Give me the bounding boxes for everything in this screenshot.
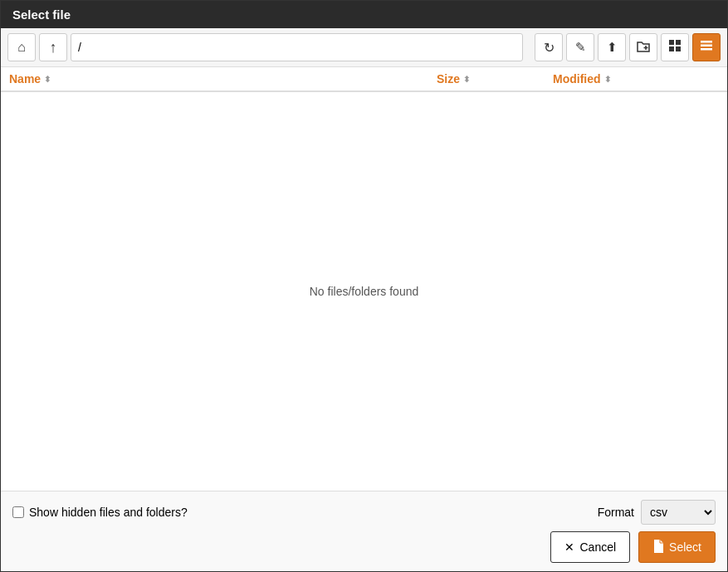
refresh-icon: ↻ xyxy=(544,40,555,56)
svg-rect-7 xyxy=(701,45,712,47)
grid-icon xyxy=(668,39,682,56)
select-file-dialog: Select file ⌂ ↑ / ↻ ✎ ⬆ xyxy=(0,0,728,572)
show-hidden-label: Show hidden files and folders? xyxy=(12,506,188,519)
table-header: Name ⬍ Size ⬍ Modified ⬍ xyxy=(1,67,727,92)
list-icon xyxy=(700,39,713,56)
show-hidden-checkbox[interactable] xyxy=(12,506,24,518)
format-group: Format csv tsv json xyxy=(598,500,716,525)
col-size-header[interactable]: Size ⬍ xyxy=(437,72,553,86)
modified-sort-icon: ⬍ xyxy=(604,75,611,84)
new-folder-button[interactable] xyxy=(629,33,657,61)
current-path: / xyxy=(78,41,81,54)
path-bar: / xyxy=(71,33,523,61)
svg-rect-2 xyxy=(669,40,674,45)
svg-rect-3 xyxy=(676,40,681,45)
file-area: No files/folders found xyxy=(1,92,727,491)
footer-row-options: Show hidden files and folders? Format cs… xyxy=(12,500,716,525)
svg-rect-8 xyxy=(701,48,712,51)
cancel-button[interactable]: ✕ Cancel xyxy=(550,531,630,563)
select-button[interactable]: Select xyxy=(638,531,716,563)
cancel-label: Cancel xyxy=(579,540,616,554)
col-modified-header[interactable]: Modified ⬍ xyxy=(553,72,719,86)
edit-button[interactable]: ✎ xyxy=(566,33,594,61)
empty-message: No files/folders found xyxy=(310,285,419,298)
format-select[interactable]: csv tsv json xyxy=(641,500,716,525)
format-label: Format xyxy=(598,506,634,519)
svg-rect-4 xyxy=(669,46,674,51)
col-name-header[interactable]: Name ⬍ xyxy=(9,72,437,86)
refresh-button[interactable]: ↻ xyxy=(535,33,563,61)
title-bar: Select file xyxy=(1,1,727,28)
name-sort-icon: ⬍ xyxy=(44,75,51,84)
up-button[interactable]: ↑ xyxy=(39,33,67,61)
dialog-title: Select file xyxy=(12,7,71,22)
upload-icon: ⬆ xyxy=(607,40,618,55)
cancel-x-icon: ✕ xyxy=(564,540,574,554)
select-label: Select xyxy=(669,540,701,554)
toolbar: ⌂ ↑ / ↻ ✎ ⬆ xyxy=(1,28,727,67)
home-button[interactable]: ⌂ xyxy=(7,33,36,61)
grid-view-button[interactable] xyxy=(661,33,689,61)
up-icon: ↑ xyxy=(50,39,57,56)
svg-rect-5 xyxy=(676,46,681,51)
size-sort-icon: ⬍ xyxy=(463,75,470,84)
file-icon xyxy=(652,540,664,555)
list-view-button[interactable] xyxy=(692,33,721,61)
footer: Show hidden files and folders? Format cs… xyxy=(1,491,727,571)
footer-row-buttons: ✕ Cancel Select xyxy=(12,531,716,563)
home-icon: ⌂ xyxy=(17,40,26,55)
svg-rect-6 xyxy=(701,41,712,43)
edit-icon: ✎ xyxy=(575,40,586,55)
upload-button[interactable]: ⬆ xyxy=(598,33,626,61)
new-folder-icon xyxy=(636,39,651,56)
